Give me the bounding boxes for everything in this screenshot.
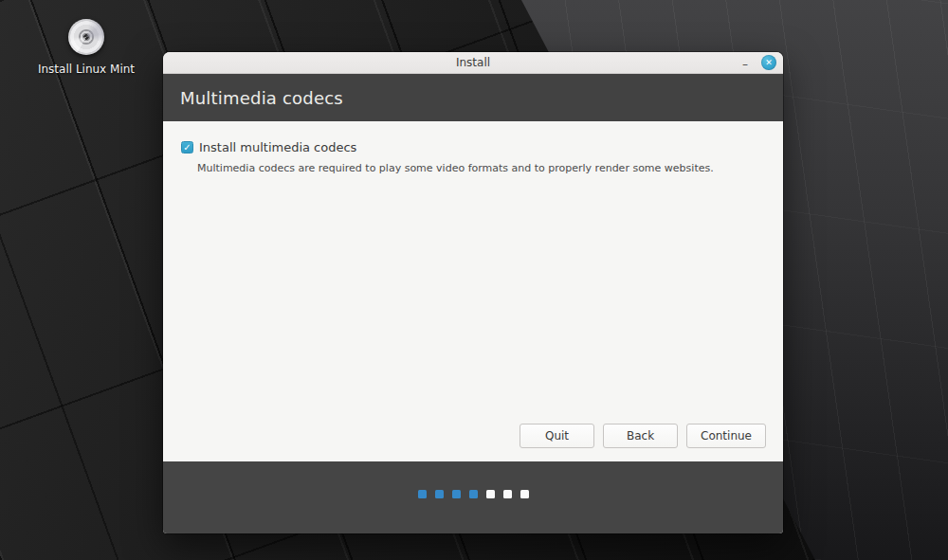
progress-step-dot	[418, 490, 427, 498]
desktop-icon-install-linux-mint[interactable]: Install Linux Mint	[34, 19, 138, 76]
progress-step-dot	[469, 490, 478, 498]
codecs-description: Multimedia codecs are required to play s…	[163, 154, 783, 174]
quit-button[interactable]: Quit	[520, 424, 594, 448]
installer-window: Install – ✕ Multimedia codecs ✓ Install …	[163, 52, 783, 533]
close-button[interactable]: ✕	[761, 55, 776, 70]
action-buttons: Quit Back Continue	[520, 424, 766, 448]
back-button[interactable]: Back	[603, 424, 678, 448]
minimize-button[interactable]: –	[738, 56, 752, 69]
window-controls: – ✕	[738, 52, 776, 73]
window-title: Install	[163, 56, 783, 69]
progress-footer	[163, 461, 783, 533]
progress-step-dot	[486, 490, 495, 498]
progress-step-dot	[452, 490, 461, 498]
install-codecs-label[interactable]: Install multimedia codecs	[199, 140, 356, 154]
desktop-icon-label: Install Linux Mint	[34, 63, 138, 76]
progress-dots	[418, 490, 529, 498]
page-title: Multimedia codecs	[180, 88, 343, 108]
page-header: Multimedia codecs	[163, 74, 783, 121]
progress-step-dot	[520, 490, 529, 498]
progress-step-dot	[503, 490, 512, 498]
install-codecs-row: ✓ Install multimedia codecs	[163, 121, 783, 154]
continue-button[interactable]: Continue	[686, 424, 766, 448]
page-content: ✓ Install multimedia codecs Multimedia c…	[163, 121, 783, 461]
install-codecs-checkbox[interactable]: ✓	[181, 141, 193, 154]
window-titlebar[interactable]: Install – ✕	[163, 52, 783, 74]
cd-disc-icon	[68, 19, 104, 55]
progress-step-dot	[435, 490, 444, 498]
